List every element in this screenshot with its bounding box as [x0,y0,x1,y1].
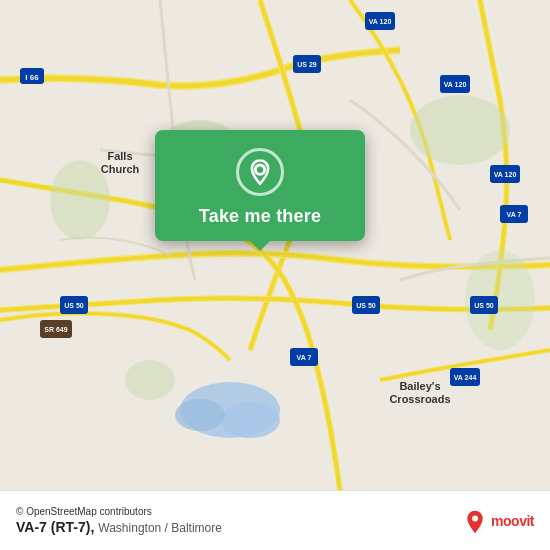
svg-text:US 50: US 50 [64,302,84,309]
location-icon-circle [236,148,284,196]
svg-point-39 [472,515,478,521]
svg-text:Crossroads: Crossroads [389,393,450,405]
attribution-text: © OpenStreetMap contributors [16,506,222,517]
bottom-info-bar: © OpenStreetMap contributors VA-7 (RT-7)… [0,490,550,550]
svg-text:US 50: US 50 [474,302,494,309]
svg-text:VA 7: VA 7 [507,211,522,218]
svg-point-8 [125,360,175,400]
map-view[interactable]: I 66 [0,0,550,490]
svg-text:Bailey's: Bailey's [399,380,440,392]
svg-text:US 50: US 50 [356,302,376,309]
svg-text:VA 7: VA 7 [297,354,312,361]
svg-text:SR 649: SR 649 [44,326,67,333]
svg-point-11 [175,399,225,431]
route-name: VA-7 (RT-7), [16,519,94,535]
svg-text:VA 120: VA 120 [494,171,517,178]
map-svg: I 66 [0,0,550,490]
moovit-brand-icon [463,509,487,533]
svg-text:Church: Church [101,163,140,175]
svg-text:VA 244: VA 244 [454,374,477,381]
location-pin-icon [246,158,274,186]
svg-point-6 [410,95,510,165]
take-me-there-label: Take me there [199,206,321,227]
svg-text:US 29: US 29 [297,61,317,68]
osm-attribution: © OpenStreetMap contributors [16,506,152,517]
moovit-label: moovit [491,513,534,529]
route-info: © OpenStreetMap contributors VA-7 (RT-7)… [16,506,222,535]
svg-point-10 [220,402,280,438]
svg-text:I 66: I 66 [25,73,39,82]
svg-text:VA 120: VA 120 [444,81,467,88]
svg-text:VA 120: VA 120 [369,18,392,25]
moovit-logo: moovit [463,509,534,533]
route-region: Washington / Baltimore [98,521,222,535]
svg-point-38 [255,165,264,174]
take-me-there-popup[interactable]: Take me there [155,130,365,241]
svg-text:Falls: Falls [107,150,132,162]
